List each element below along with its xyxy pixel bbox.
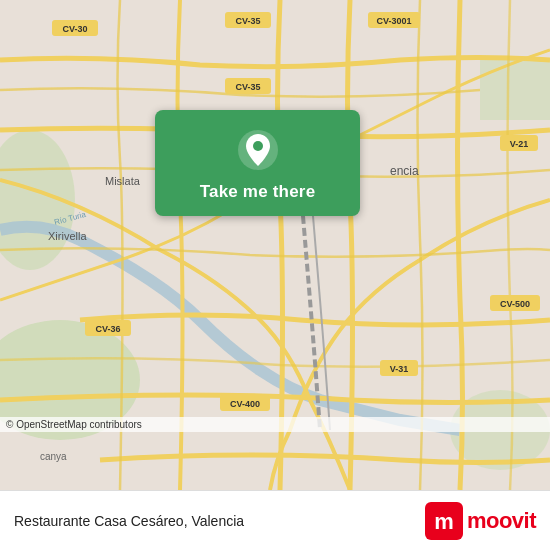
map-attribution: © OpenStreetMap contributors bbox=[0, 417, 550, 432]
location-pin-icon bbox=[236, 128, 280, 172]
svg-text:Mislata: Mislata bbox=[105, 175, 141, 187]
svg-text:CV-30: CV-30 bbox=[62, 24, 87, 34]
footer-bar: Restaurante Casa Cesáreo, Valencia m moo… bbox=[0, 490, 550, 550]
moovit-logo: m moovit bbox=[425, 502, 536, 540]
svg-text:CV-500: CV-500 bbox=[500, 299, 530, 309]
svg-text:CV-400: CV-400 bbox=[230, 399, 260, 409]
map-container: CV-30 CV-35 CV-3001 CV-35 V-21 CV-36 CV-… bbox=[0, 0, 550, 490]
svg-text:CV-35: CV-35 bbox=[235, 82, 260, 92]
take-me-there-button[interactable]: Take me there bbox=[155, 110, 360, 216]
location-label: Restaurante Casa Cesáreo, Valencia bbox=[14, 513, 244, 529]
cta-label: Take me there bbox=[200, 182, 316, 202]
moovit-logo-icon: m bbox=[425, 502, 463, 540]
svg-text:m: m bbox=[434, 509, 454, 534]
svg-point-29 bbox=[253, 141, 263, 151]
svg-text:V-21: V-21 bbox=[510, 139, 529, 149]
svg-text:CV-35: CV-35 bbox=[235, 16, 260, 26]
svg-text:Xirivella: Xirivella bbox=[48, 230, 87, 242]
svg-rect-3 bbox=[480, 60, 550, 120]
svg-text:encia: encia bbox=[390, 164, 419, 178]
svg-text:CV-3001: CV-3001 bbox=[376, 16, 411, 26]
moovit-wordmark: moovit bbox=[467, 508, 536, 534]
svg-text:CV-36: CV-36 bbox=[95, 324, 120, 334]
svg-text:canya: canya bbox=[40, 451, 67, 462]
svg-text:V-31: V-31 bbox=[390, 364, 409, 374]
